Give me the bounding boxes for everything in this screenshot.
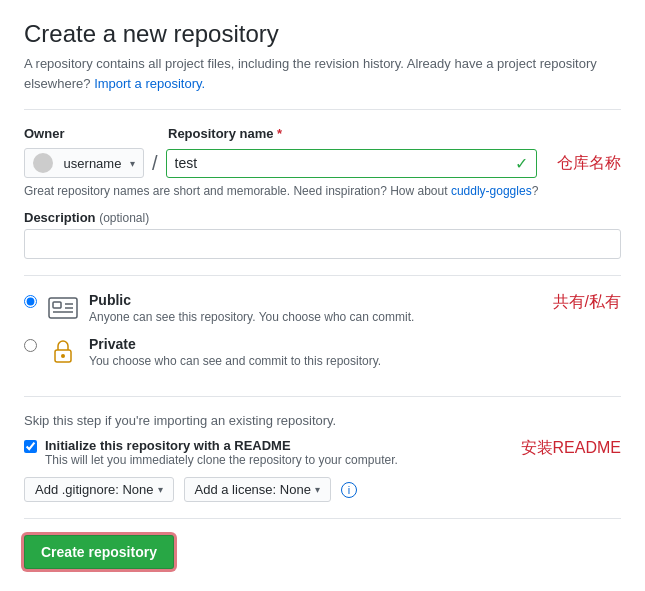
public-text: Public Anyone can see this repository. Y…: [89, 292, 414, 324]
repo-name-hint: Great repository names are short and mem…: [24, 184, 621, 198]
optional-label: (optional): [99, 211, 149, 225]
gitignore-caret-icon: ▾: [158, 484, 163, 495]
import-link[interactable]: Import a repository.: [94, 76, 205, 91]
repo-name-input[interactable]: [175, 155, 509, 171]
private-text: Private You choose who can see and commi…: [89, 336, 381, 368]
owner-caret-icon: ▾: [130, 158, 135, 169]
create-repository-button[interactable]: Create repository: [24, 535, 174, 569]
gitignore-dropdown[interactable]: Add .gitignore: None ▾: [24, 477, 174, 502]
page-title: Create a new repository: [24, 20, 621, 48]
divider-1: [24, 109, 621, 110]
public-option: Public Anyone can see this repository. Y…: [24, 292, 541, 324]
repo-name-label: Repository name *: [168, 126, 621, 141]
private-icon: [47, 336, 79, 368]
public-radio[interactable]: [24, 295, 37, 308]
suggestion-link[interactable]: cuddly-goggles: [451, 184, 532, 198]
required-marker: *: [277, 126, 282, 141]
visibility-section: Public Anyone can see this repository. Y…: [24, 292, 621, 380]
info-icon[interactable]: i: [341, 482, 357, 498]
skip-text: Skip this step if you're importing an ex…: [24, 413, 621, 428]
description-group: Description (optional): [24, 210, 621, 259]
svg-point-6: [61, 354, 65, 358]
visibility-options: Public Anyone can see this repository. Y…: [24, 292, 541, 380]
private-option: Private You choose who can see and commi…: [24, 336, 541, 368]
owner-select[interactable]: username ▾: [24, 148, 144, 178]
initialize-section: Initialize this repository with a README…: [24, 438, 501, 467]
license-dropdown[interactable]: Add a license: None ▾: [184, 477, 331, 502]
spacer: [152, 126, 160, 142]
repo-name-annotation: 仓库名称: [557, 153, 621, 174]
owner-label: Owner: [24, 126, 144, 141]
page-subtitle: A repository contains all project files,…: [24, 54, 621, 93]
private-radio[interactable]: [24, 339, 37, 352]
initialize-checkbox[interactable]: [24, 440, 37, 453]
svg-rect-1: [53, 302, 61, 308]
visibility-annotation: 共有/私有: [553, 292, 621, 313]
owner-value: username: [64, 156, 122, 171]
avatar: [33, 153, 53, 173]
description-input[interactable]: [24, 229, 621, 259]
valid-checkmark-icon: ✓: [515, 154, 528, 173]
divider-2: [24, 275, 621, 276]
license-caret-icon: ▾: [315, 484, 320, 495]
public-icon: [47, 292, 79, 324]
gitignore-license-row: Add .gitignore: None ▾ Add a license: No…: [24, 477, 501, 502]
path-separator: /: [152, 152, 158, 175]
readme-annotation: 安装README: [521, 438, 621, 459]
divider-3: [24, 396, 621, 397]
initialize-text: Initialize this repository with a README…: [45, 438, 398, 467]
description-label: Description (optional): [24, 210, 621, 225]
repo-name-wrapper: ✓: [166, 149, 537, 178]
divider-4: [24, 518, 621, 519]
